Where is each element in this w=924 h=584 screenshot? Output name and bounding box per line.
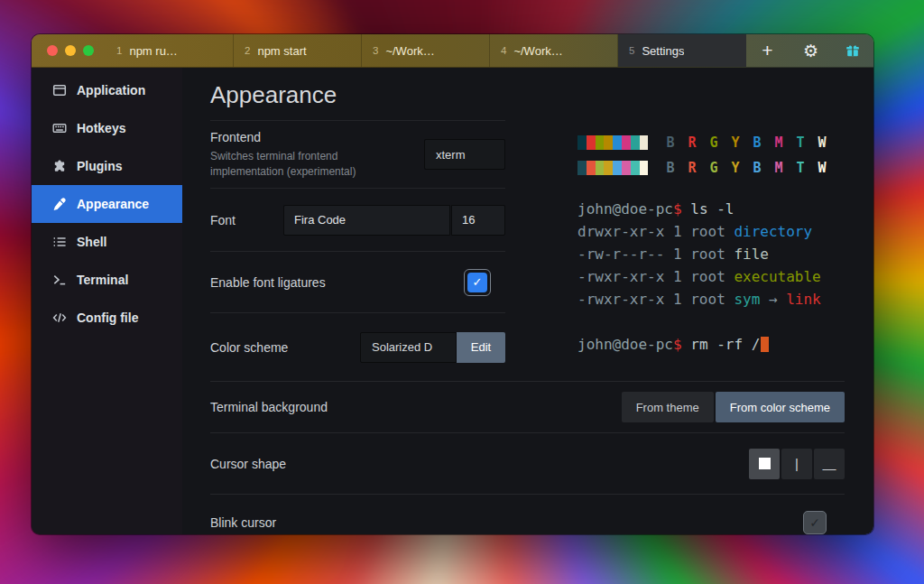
cursor-bar-button[interactable]: |: [781, 449, 812, 479]
tab-title: ~/Work…: [513, 44, 562, 58]
cursor-block-button[interactable]: [749, 449, 780, 479]
tab-index: 1: [116, 45, 122, 56]
sidebar-item-shell[interactable]: Shell: [32, 223, 182, 261]
sidebar-item-appearance[interactable]: Appearance: [32, 185, 182, 223]
font-inputs: [283, 205, 505, 236]
font-row: Font: [210, 188, 505, 251]
appearance-form: Frontend Switches terminal frontend impl…: [210, 120, 505, 381]
palette-swatch: [622, 135, 631, 150]
gear-icon: ⚙: [803, 41, 818, 61]
app-settings-button[interactable]: ⚙: [789, 34, 833, 67]
frontend-label: Frontend: [210, 130, 407, 144]
terminal-line: -rw-r--r-- 1 root file: [578, 243, 848, 265]
page-title: Appearance: [210, 80, 845, 110]
font-size-input[interactable]: [451, 205, 505, 236]
prompt-text: john@doe-pc: [578, 336, 673, 353]
palette-letter: B: [753, 160, 774, 176]
palette-letter: G: [709, 160, 731, 176]
terminal-line: -rwxr-xr-x 1 root sym → link: [578, 288, 848, 311]
color-scheme-select[interactable]: Solarized D: [360, 332, 457, 363]
frontend-row: Frontend Switches terminal frontend impl…: [210, 120, 505, 188]
tab-index: 5: [629, 45, 634, 56]
blink-cursor-label: Blink cursor: [210, 515, 276, 530]
sidebar-item-label: Terminal: [77, 273, 128, 287]
command-text: rm -rf /: [682, 336, 761, 353]
command-text: ls -l: [682, 200, 735, 218]
bar-cursor-icon: |: [795, 456, 799, 471]
palette-letter: Y: [731, 160, 753, 176]
executable-text: executable: [734, 268, 820, 285]
palette-swatch: [578, 135, 587, 150]
tab-settings[interactable]: 5 Settings: [618, 34, 746, 67]
sidebar-item-label: Application: [77, 83, 145, 97]
check-icon: ✓: [473, 275, 483, 289]
terminal-prompt-icon: [52, 273, 67, 287]
terminal-background-toggle: From theme From color scheme: [622, 392, 845, 422]
palette-letter: R: [688, 160, 709, 176]
color-scheme-edit-button[interactable]: Edit: [457, 332, 505, 363]
ligatures-row: Enable font ligatures ✓: [210, 251, 505, 312]
palette-swatches-normal: [578, 135, 648, 150]
ligatures-checkbox[interactable]: ✓: [464, 269, 491, 296]
from-color-scheme-button[interactable]: From color scheme: [716, 392, 845, 422]
keyboard-icon: [52, 121, 67, 135]
minimize-button[interactable]: [65, 45, 76, 56]
palette-row-bright: B R G Y B M T W: [578, 161, 848, 175]
palette-letter: B: [753, 134, 774, 151]
symlink-text: sym: [734, 291, 760, 308]
close-button[interactable]: [47, 45, 58, 56]
tab-work-2[interactable]: 4 ~/Work…: [490, 34, 618, 67]
sidebar-item-label: Hotkeys: [77, 121, 125, 135]
zoom-button[interactable]: [83, 45, 94, 56]
palette-letter: W: [818, 160, 839, 176]
link-text: link: [786, 291, 821, 308]
appearance-settings-pane: Appearance Frontend Switches terminal fr…: [182, 68, 873, 534]
update-gift-button[interactable]: [833, 34, 873, 67]
palette-letter: G: [709, 134, 731, 151]
palette-swatch: [613, 135, 622, 150]
cursor-shape-label: Cursor shape: [210, 457, 286, 471]
sidebar-item-label: Appearance: [77, 197, 149, 211]
color-scheme-row: Color scheme Solarized D Edit: [210, 312, 505, 381]
from-theme-button[interactable]: From theme: [622, 392, 714, 422]
sidebar-item-plugins[interactable]: Plugins: [32, 147, 182, 185]
tab-index: 3: [373, 45, 378, 56]
new-tab-button[interactable]: +: [746, 34, 789, 67]
sidebar-item-hotkeys[interactable]: Hotkeys: [32, 109, 182, 147]
palette-letter: Y: [731, 134, 753, 151]
sidebar-item-terminal[interactable]: Terminal: [32, 261, 182, 299]
block-cursor-icon: [759, 458, 771, 469]
perms-text: -rw-r--r-- 1 root: [578, 246, 734, 263]
sidebar-item-application[interactable]: Application: [32, 71, 182, 109]
blink-cursor-checkbox[interactable]: ✓: [803, 511, 827, 534]
terminal-line: drwxr-xr-x 1 root directory: [578, 220, 848, 243]
cursor-underline-button[interactable]: —: [814, 449, 845, 479]
traffic-lights: [32, 34, 106, 67]
check-icon: ✓: [809, 515, 820, 530]
tab-work-1[interactable]: 3 ~/Work…: [362, 34, 490, 67]
tab-title: Settings: [642, 44, 684, 58]
frontend-description: Switches terminal frontend implementatio…: [210, 149, 407, 180]
palette-swatch: [631, 135, 640, 150]
palette-letter: T: [796, 134, 818, 151]
sidebar-item-label: Shell: [77, 235, 106, 249]
frontend-select[interactable]: xterm: [424, 139, 505, 170]
settings-sidebar: Application Hotkeys Plugins Appearance: [32, 68, 182, 534]
palette-letters-normal: B R G Y B M T W: [666, 134, 839, 151]
font-family-input[interactable]: [283, 205, 450, 236]
palette-swatch: [596, 161, 605, 175]
sidebar-item-config-file[interactable]: Config file: [32, 299, 182, 337]
palette-swatch: [596, 135, 605, 150]
prompt-text: john@doe-pc: [578, 200, 673, 218]
prompt-symbol: $: [673, 200, 682, 218]
sidebar-item-label: Config file: [77, 311, 138, 325]
terminal-cursor: [761, 337, 769, 352]
cursor-shape-toggle: | —: [749, 449, 845, 479]
checkbox-checked: ✓: [467, 273, 487, 292]
tab-npm-start[interactable]: 2 npm start: [234, 34, 362, 67]
terminal-settings-window: 1 npm ru… 2 npm start 3 ~/Work… 4 ~/Work…: [32, 34, 873, 534]
plus-icon: +: [762, 40, 772, 61]
palette-swatch: [622, 161, 631, 175]
tab-title: npm ru…: [129, 44, 177, 58]
tab-npm-run[interactable]: 1 npm ru…: [106, 34, 234, 67]
